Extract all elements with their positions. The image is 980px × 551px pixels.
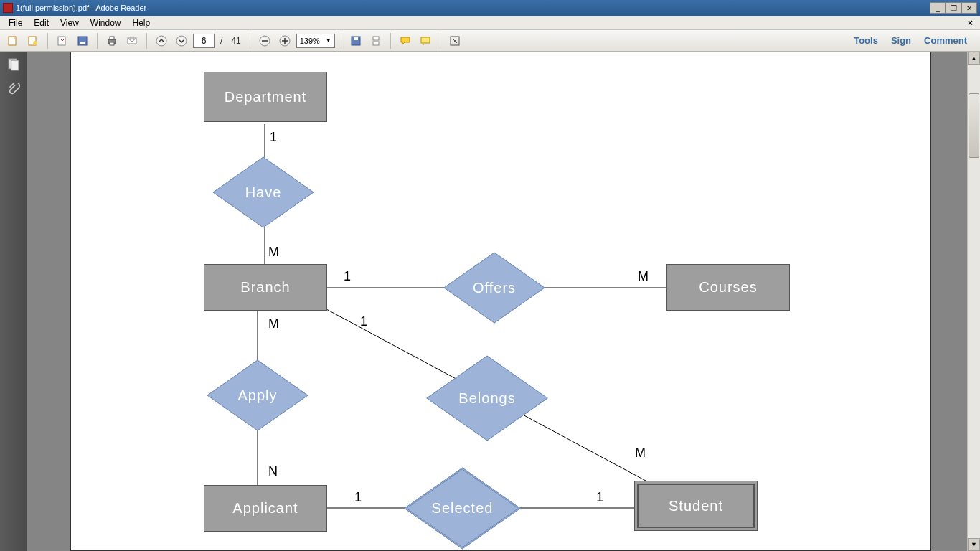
window-title: 1(full permission).pdf - Adobe Reader [16, 4, 930, 12]
toolbar-separator [146, 33, 147, 49]
cardinality: M [268, 245, 279, 260]
menu-help[interactable]: Help [127, 17, 156, 29]
page-separator: / [217, 36, 225, 46]
entity-label: Applicant [232, 500, 298, 517]
toolbar: / 41 139%▼ Tools Sign Comment [0, 30, 980, 52]
pdf-icon [3, 3, 13, 13]
read-mode-icon[interactable] [446, 32, 463, 50]
thumbnails-icon[interactable] [6, 57, 21, 72]
document-area[interactable]: Department Branch Courses Applicant Stud… [27, 52, 967, 551]
menu-file[interactable]: File [3, 17, 28, 29]
svg-rect-7 [110, 37, 114, 39]
attachments-icon[interactable] [6, 82, 21, 96]
cardinality: 1 [270, 130, 277, 145]
sign-link[interactable]: Sign [891, 35, 911, 46]
cardinality: M [635, 446, 646, 461]
entity-student: Student [634, 481, 758, 531]
relationship-label: Offers [458, 252, 530, 324]
scroll-up-icon[interactable]: ▲ [968, 52, 980, 65]
svg-rect-5 [80, 42, 85, 44]
zoom-in-icon[interactable] [276, 32, 293, 50]
svg-rect-8 [110, 42, 114, 45]
svg-rect-24 [11, 60, 19, 70]
toolbar-separator [341, 33, 341, 49]
entity-label: Courses [699, 279, 757, 296]
cardinality: N [268, 464, 278, 479]
cardinality: 1 [354, 490, 362, 505]
entity-label: Branch [240, 279, 290, 296]
relationship-label: Belongs [444, 355, 530, 441]
chevron-down-icon: ▼ [326, 37, 331, 44]
entity-label: Student [669, 498, 723, 514]
relationship-belongs: Belongs [444, 355, 530, 441]
toolbar-separator [250, 33, 250, 49]
entity-department: Department [204, 72, 327, 122]
page-total: 41 [228, 36, 243, 46]
toolbar-separator [97, 33, 98, 49]
svg-rect-3 [58, 37, 65, 45]
menu-view[interactable]: View [55, 17, 85, 29]
svg-rect-20 [373, 42, 379, 45]
window-titlebar: 1(full permission).pdf - Adobe Reader _ … [0, 0, 980, 16]
save-copy-icon[interactable] [347, 32, 364, 50]
nav-sidebar [0, 52, 27, 551]
tools-link[interactable]: Tools [854, 35, 878, 46]
vertical-scrollbar[interactable]: ▲ ▼ [967, 52, 980, 551]
doc-close-button[interactable]: × [963, 18, 977, 28]
cardinality: M [638, 269, 649, 284]
zoom-level-select[interactable]: 139%▼ [296, 34, 335, 48]
scroll-track[interactable] [968, 65, 980, 538]
print-icon[interactable] [103, 32, 121, 50]
scroll-down-icon[interactable]: ▼ [968, 538, 980, 551]
highlight-icon[interactable] [417, 32, 434, 50]
relationship-label: Apply [222, 359, 293, 431]
relationship-offers: Offers [458, 252, 530, 324]
open-icon[interactable] [54, 32, 71, 50]
toolbar-panels: Tools Sign Comment [854, 35, 976, 46]
page-number-input[interactable] [193, 34, 215, 48]
svg-rect-18 [354, 37, 358, 40]
svg-point-11 [176, 36, 187, 46]
page-up-icon[interactable] [153, 32, 170, 50]
er-diagram: Department Branch Courses Applicant Stud… [71, 52, 930, 550]
toolbar-separator [47, 33, 48, 49]
comment-icon[interactable] [397, 32, 414, 50]
cardinality: M [268, 316, 279, 331]
toolbar-separator [390, 33, 391, 49]
scroll-thumb[interactable] [969, 93, 979, 158]
scroll-mode-icon[interactable] [367, 32, 385, 50]
menu-window[interactable]: Window [85, 17, 127, 29]
zoom-value: 139% [300, 37, 320, 45]
svg-rect-19 [373, 37, 379, 40]
menubar: File Edit View Window Help × [0, 16, 980, 30]
cardinality: 1 [344, 269, 351, 284]
window-controls: _ ❐ ✕ [930, 2, 977, 14]
zoom-out-icon[interactable] [256, 32, 273, 50]
cardinality: 1 [360, 314, 367, 329]
comment-link[interactable]: Comment [924, 35, 967, 46]
email-icon[interactable] [123, 32, 141, 50]
toolbar-separator [440, 33, 440, 49]
menu-edit[interactable]: Edit [28, 17, 55, 29]
entity-branch: Branch [204, 264, 327, 311]
entity-applicant: Applicant [204, 485, 327, 532]
relationship-apply: Apply [222, 359, 293, 431]
relationship-have: Have [227, 156, 299, 228]
create-pdf-icon[interactable] [24, 32, 42, 50]
svg-rect-21 [421, 37, 430, 43]
entity-courses: Courses [666, 264, 790, 311]
pdf-page: Department Branch Courses Applicant Stud… [70, 52, 931, 551]
minimize-button[interactable]: _ [930, 2, 946, 14]
relationship-selected: Selected [421, 467, 504, 550]
close-button[interactable]: ✕ [961, 2, 977, 14]
cardinality: 1 [596, 490, 603, 505]
save-icon[interactable] [74, 32, 91, 50]
svg-point-2 [33, 41, 37, 45]
page-down-icon[interactable] [173, 32, 190, 50]
entity-label: Department [225, 89, 307, 105]
relationship-label: Selected [421, 467, 504, 550]
restore-button[interactable]: ❐ [946, 2, 961, 14]
relationship-label: Have [227, 156, 299, 228]
export-pdf-icon[interactable] [4, 32, 22, 50]
svg-point-10 [156, 36, 166, 46]
